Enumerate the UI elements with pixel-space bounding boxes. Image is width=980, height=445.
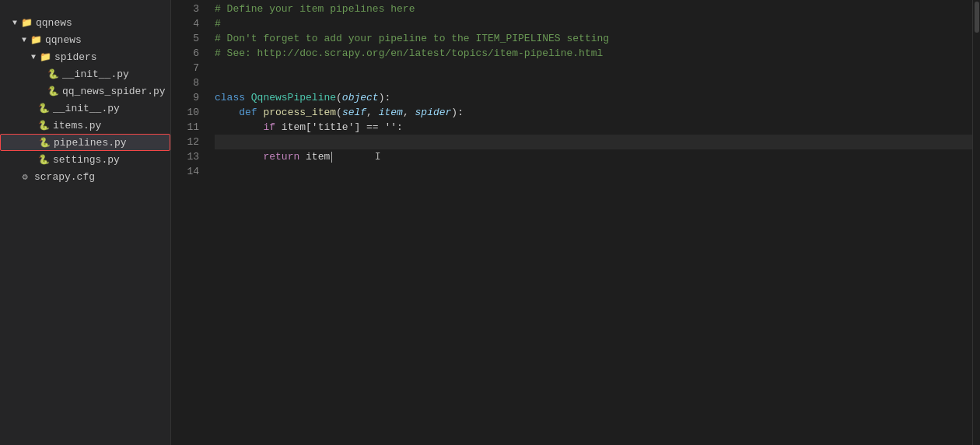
file-label: pipelines.py	[54, 137, 127, 149]
line-number-6: 6	[171, 46, 199, 61]
file-label: items.py	[53, 120, 101, 131]
file-icon: ⚙	[19, 171, 31, 183]
file-label: settings.py	[53, 154, 120, 166]
file-label: __init__.py	[53, 103, 120, 114]
file-py-icon: 🐍	[38, 137, 51, 149]
code-line-8	[215, 75, 972, 90]
folder-icon: 📁	[30, 34, 42, 46]
code-content[interactable]: # Define your item pipelines here## Don'…	[208, 0, 972, 445]
line-number-10: 10	[171, 105, 199, 120]
file-py-icon: 🐍	[47, 68, 59, 80]
file-py-icon: 🐍	[37, 103, 50, 114]
code-line-6: # See: http://doc.scrapy.org/en/latest/t…	[215, 46, 972, 61]
code-line-12	[215, 135, 972, 149]
line-number-4: 4	[171, 16, 199, 31]
line-number-5: 5	[171, 31, 199, 46]
code-line-11: if item['title'] == '':	[215, 120, 972, 135]
file-py-icon: 🐍	[47, 86, 59, 97]
line-number-9: 9	[171, 90, 199, 105]
line-number-12: 12	[171, 135, 199, 149]
line-number-14: 14	[171, 164, 199, 179]
sidebar-item-qqnews-sub[interactable]: ▼📁qqnews	[0, 31, 170, 48]
editor: 34567891011121314 # Define your item pip…	[171, 0, 980, 445]
line-number-7: 7	[171, 61, 199, 75]
sidebar-item-qq-news-spider[interactable]: 🐍qq_news_spider.py	[0, 82, 170, 100]
code-line-7	[215, 61, 972, 75]
code-area: 34567891011121314 # Define your item pip…	[171, 0, 980, 445]
arrow-icon: ▼	[9, 19, 20, 27]
line-numbers: 34567891011121314	[171, 0, 208, 445]
sidebar-item-pipelines-py[interactable]: 🐍pipelines.py	[0, 134, 170, 151]
folder-label: qqnews	[45, 34, 82, 46]
file-label: scrapy.cfg	[34, 171, 95, 183]
sidebar-item-items-py[interactable]: 🐍items.py	[0, 117, 170, 134]
arrow-icon: ▼	[19, 36, 30, 44]
file-label: __init__.py	[62, 68, 129, 80]
folders-header	[0, 6, 170, 14]
sidebar-item-scrapy-cfg[interactable]: ⚙scrapy.cfg	[0, 168, 170, 185]
sidebar-item-spiders[interactable]: ▼📁spiders	[0, 48, 170, 65]
code-line-3: # Define your item pipelines here	[215, 2, 972, 16]
file-py-icon: 🐍	[37, 154, 50, 166]
folder-icon: 📁	[39, 51, 51, 63]
line-number-8: 8	[171, 75, 199, 90]
arrow-icon: ▼	[28, 53, 39, 61]
scrollbar[interactable]	[972, 0, 980, 445]
line-number-11: 11	[171, 120, 199, 135]
scrollbar-thumb[interactable]	[975, 2, 979, 33]
folder-icon: 📁	[20, 17, 33, 29]
code-line-4: #	[215, 16, 972, 31]
sidebar-item-spiders-init[interactable]: 🐍__init__.py	[0, 65, 170, 82]
sidebar: ▼📁qqnews▼📁qqnews▼📁spiders🐍__init__.py🐍qq…	[0, 0, 171, 445]
code-line-9: class QqnewsPipeline(object):	[215, 90, 972, 105]
file-label: qq_news_spider.py	[62, 86, 166, 97]
sidebar-item-settings-py[interactable]: 🐍settings.py	[0, 151, 170, 168]
code-line-13: return item I	[215, 149, 972, 164]
code-line-5: # Don't forget to add your pipeline to t…	[215, 31, 972, 46]
line-number-13: 13	[171, 149, 199, 164]
sidebar-item-init-py[interactable]: 🐍__init__.py	[0, 100, 170, 117]
folder-label: qqnews	[36, 17, 72, 29]
folder-label: spiders	[54, 51, 97, 63]
line-number-3: 3	[171, 2, 199, 16]
code-line-10: def process_item(self, item, spider):	[215, 105, 972, 120]
sidebar-item-qqnews-root[interactable]: ▼📁qqnews	[0, 14, 170, 31]
code-line-14	[215, 164, 972, 179]
file-py-icon: 🐍	[37, 120, 50, 131]
